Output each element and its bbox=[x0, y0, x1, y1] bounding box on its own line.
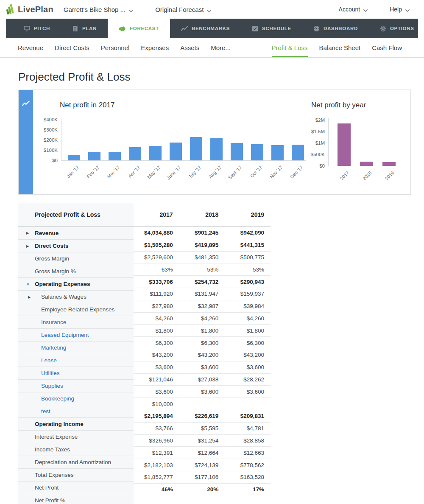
cell-2017: $43,200 bbox=[134, 352, 179, 358]
cell-2019: $4,260 bbox=[225, 315, 271, 322]
subnav-more[interactable]: More... bbox=[211, 38, 231, 57]
pig-icon bbox=[119, 25, 126, 31]
forecast-version-menu[interactable]: Original Forecast bbox=[155, 6, 211, 14]
table-row-values-operating-income: $2,195,894$226,619$209,831 bbox=[134, 410, 271, 422]
help-menu[interactable]: Help bbox=[390, 6, 410, 13]
collapse-arrow-icon[interactable]: ▼ bbox=[26, 282, 30, 286]
yearly-net-profit-chart: Net profit by year $0$500K$1M$1.5M$2M201… bbox=[307, 90, 410, 194]
row-label[interactable]: Salaries & Wages bbox=[41, 294, 86, 300]
cell-2018: $1,800 bbox=[179, 328, 225, 334]
cell-2018: $226,619 bbox=[179, 413, 225, 419]
expand-arrow-icon[interactable]: ▶ bbox=[28, 295, 31, 299]
cell-2018: 53% bbox=[179, 266, 225, 273]
row-label[interactable]: Direct Costs bbox=[35, 243, 69, 249]
chart-strip-tab[interactable] bbox=[19, 90, 33, 194]
table-row-label-depreciation-and-amortization: Depreciation and Amortization bbox=[18, 456, 134, 468]
cell-2018: $131,947 bbox=[179, 291, 225, 297]
company-menu-label: Garrett's Bike Shop ... bbox=[64, 6, 126, 13]
tab-plan[interactable]: PLAN bbox=[61, 19, 108, 38]
row-label[interactable]: test bbox=[41, 408, 50, 414]
cell-2018: $31,254 bbox=[179, 437, 225, 444]
tab-benchmarks[interactable]: BENCHMARKS bbox=[170, 19, 241, 38]
report-tab-cash-flow[interactable]: Cash Flow bbox=[372, 38, 402, 57]
table-row-values-direct-costs: $1,505,280$419,895$441,315 bbox=[134, 239, 271, 251]
table-row-values-salaries-wages: $111,920$131,947$159,937 bbox=[134, 288, 271, 300]
expand-arrow-icon[interactable]: ▶ bbox=[26, 231, 29, 235]
y-axis-line bbox=[328, 118, 329, 166]
chevron-down-icon bbox=[363, 6, 368, 13]
cell-2017: $12,391 bbox=[134, 450, 179, 456]
forecast-sections: RevenueDirect CostsPersonnelExpensesAsse… bbox=[18, 38, 231, 57]
cell-2018: $724,139 bbox=[179, 462, 225, 468]
row-label[interactable]: Supplies bbox=[41, 383, 63, 389]
subnav-direct-costs[interactable]: Direct Costs bbox=[55, 38, 89, 57]
cell-2019: $3,600 bbox=[225, 364, 271, 370]
bar-apr-17 bbox=[129, 147, 141, 160]
y-axis-line bbox=[61, 118, 61, 160]
tab-label: DASHBOARD bbox=[324, 26, 358, 31]
y-axis-tick: $400K bbox=[33, 117, 58, 123]
tab-dashboard[interactable]: DASHBOARD bbox=[302, 19, 369, 38]
column-header-2018: 2018 bbox=[179, 211, 225, 218]
row-label[interactable]: Utilities bbox=[41, 370, 60, 376]
row-label[interactable]: Revenue bbox=[35, 230, 59, 236]
cell-2017: $27,980 bbox=[134, 303, 179, 309]
bar-nov-17 bbox=[271, 145, 284, 160]
report-tab-balance-sheet[interactable]: Balance Sheet bbox=[319, 38, 361, 57]
row-label: Gross Margin bbox=[35, 255, 69, 262]
bar-july-17 bbox=[190, 137, 202, 160]
row-label[interactable]: Leased Equipment bbox=[41, 332, 89, 338]
cell-2018: $27,038 bbox=[179, 376, 225, 383]
bar-jan-17 bbox=[68, 155, 80, 160]
x-axis-label: 2017 bbox=[326, 170, 350, 195]
chevron-down-icon bbox=[129, 6, 133, 14]
table-row-label-test: test bbox=[18, 405, 134, 417]
cell-2019: $500,775 bbox=[225, 254, 271, 260]
row-values-column: $4,034,880$901,245$942,090$1,505,280$419… bbox=[134, 227, 271, 496]
expand-arrow-icon[interactable]: ▶ bbox=[26, 244, 29, 248]
cell-2019: $209,831 bbox=[225, 413, 271, 419]
bar-dec-17 bbox=[292, 145, 304, 160]
cell-2019: $3,600 bbox=[225, 389, 271, 395]
row-label[interactable]: Insurance bbox=[41, 319, 66, 325]
y-axis-tick: $500K bbox=[307, 151, 325, 157]
table-header-row: Projected Profit & Loss 201720182019 bbox=[18, 203, 271, 227]
subnav-personnel[interactable]: Personnel bbox=[101, 38, 130, 57]
brand-logo[interactable]: LivePlan bbox=[6, 4, 53, 15]
chart-title: Net profit by year bbox=[311, 101, 366, 109]
cell-2017: $4,260 bbox=[134, 315, 179, 322]
cell-2017: $1,800 bbox=[134, 328, 179, 334]
tab-forecast[interactable]: FORECAST bbox=[108, 19, 170, 38]
y-axis-tick: $1M bbox=[307, 140, 325, 146]
cell-2019: $778,562 bbox=[225, 462, 271, 468]
tab-pitch[interactable]: PITCH bbox=[13, 19, 61, 38]
subnav-assets[interactable]: Assets bbox=[180, 38, 199, 57]
table-row-values-gross-margin: 63%53%53% bbox=[134, 263, 271, 275]
table-row-label-operating-expenses: ▼Operating Expenses bbox=[18, 277, 134, 290]
tab-schedule[interactable]: SCHEDULE bbox=[241, 19, 302, 38]
forecast-version-label: Original Forecast bbox=[155, 6, 204, 13]
subnav-expenses[interactable]: Expenses bbox=[141, 38, 169, 57]
y-axis-tick: $200K bbox=[33, 137, 58, 143]
row-label[interactable]: Bookkeeping bbox=[41, 395, 74, 402]
chart-panel: Net profit in 2017 $0$100K$200K$300K$400… bbox=[18, 90, 411, 195]
cell-2017: $1,505,280 bbox=[134, 242, 179, 248]
cell-2017: $111,920 bbox=[134, 291, 179, 297]
cell-2019: $28,858 bbox=[225, 437, 271, 444]
row-label[interactable]: Lease bbox=[41, 357, 57, 364]
chart-title: Net profit in 2017 bbox=[60, 101, 114, 109]
brand-name: LivePlan bbox=[18, 5, 53, 14]
report-tab-profit-loss[interactable]: Profit & Loss bbox=[272, 38, 308, 57]
tab-options[interactable]: OPTIONS bbox=[369, 19, 424, 38]
company-menu[interactable]: Garrett's Bike Shop ... bbox=[64, 6, 133, 14]
subnav-revenue[interactable]: Revenue bbox=[18, 38, 43, 57]
gear-icon bbox=[380, 25, 386, 32]
account-menu[interactable]: Account bbox=[339, 6, 368, 13]
row-label[interactable]: Operating Expenses bbox=[35, 281, 90, 287]
bar-oct-17 bbox=[251, 144, 263, 160]
row-label[interactable]: Marketing bbox=[41, 344, 66, 351]
help-label: Help bbox=[390, 6, 402, 13]
profit-loss-table: Projected Profit & Loss 201720182019 ▶Re… bbox=[18, 203, 271, 504]
table-row-values-revenue: $4,034,880$901,245$942,090 bbox=[134, 227, 271, 239]
table-row-label-gross-margin: Gross Margin bbox=[18, 252, 134, 265]
